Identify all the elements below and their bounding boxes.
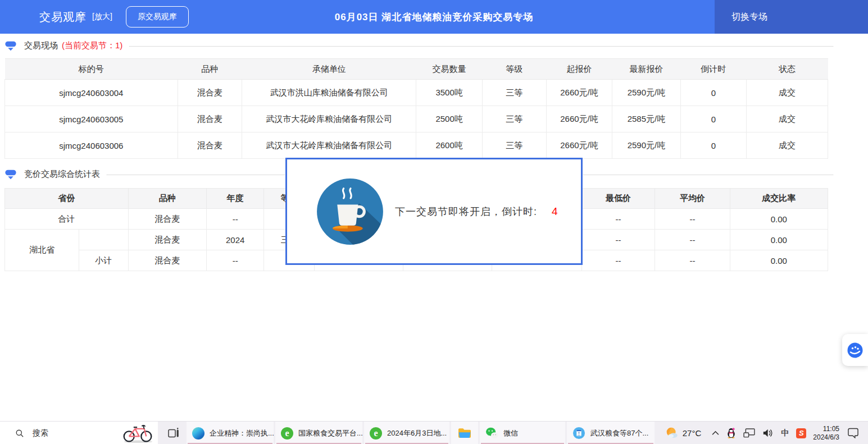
variety: 混合麦	[178, 132, 242, 159]
start-price: 2660元/吨	[546, 106, 612, 132]
variety: 混合麦	[128, 230, 206, 250]
table-row: sjmcg240603005 混合麦 武汉市大花岭库粮油储备有限公司 2500吨…	[5, 106, 828, 132]
col-header: 倒计时	[680, 59, 746, 80]
year: --	[206, 250, 264, 271]
edge-icon	[192, 427, 204, 440]
ime-zh-icon: 中	[781, 428, 789, 438]
file-explorer-icon	[458, 428, 471, 439]
status-badge: 成交	[746, 132, 828, 159]
sogou-icon: S	[796, 428, 806, 438]
col-header: 平均价	[655, 189, 730, 209]
page-header: 06月03日 湖北省地储粮油竞价采购交易专场 交易观摩 [放大] 原交易观摩 切…	[0, 0, 868, 34]
depot: 武汉市大花岭库粮油储备有限公司	[242, 106, 416, 132]
avg-price: --	[655, 250, 730, 271]
tray-ime[interactable]: 中	[781, 428, 789, 438]
tray-expand-button[interactable]	[712, 431, 719, 436]
subcategory	[79, 230, 128, 250]
tray-display[interactable]	[743, 428, 755, 438]
live-table: 标的号 品种 承储单位 交易数量 等级 起报价 最新报价 倒计时 状态 sjmc…	[4, 58, 828, 159]
variety: 混合麦	[128, 209, 206, 230]
col-header: 省份	[5, 189, 129, 209]
weather-widget[interactable]: 27°C	[665, 427, 702, 440]
notification-center-button[interactable]	[847, 428, 859, 438]
year: 2024	[206, 230, 264, 250]
countdown-message: 下一交易节即将开启，倒计时:	[395, 205, 537, 218]
taskbar-app-edge[interactable]: 企业精神：崇尚执...	[187, 422, 274, 444]
countdown: 0	[680, 80, 746, 106]
search-placeholder: 搜索	[33, 428, 48, 438]
screen: 06月03日 湖北省地储粮油竞价采购交易专场 交易观摩 [放大] 原交易观摩 切…	[0, 0, 868, 444]
app-title: 交易观摩	[39, 10, 87, 25]
tray-volume[interactable]	[762, 428, 774, 438]
col-header: 品种	[128, 189, 206, 209]
countdown: 0	[680, 106, 746, 132]
col-header: 成交比率	[730, 189, 828, 209]
taskbar-clock[interactable]: 11:05 2024/6/3	[813, 425, 839, 442]
search-highlight-bicycle-icon[interactable]	[121, 423, 154, 443]
taskbar-app-contacts[interactable]: 武汉粮食等87个...	[567, 422, 655, 444]
col-header: 标的号	[5, 59, 178, 80]
min-price: --	[581, 209, 655, 230]
search-input[interactable]: 搜索	[0, 422, 158, 444]
min-price: --	[581, 230, 655, 250]
task-view-button[interactable]	[163, 422, 184, 444]
zoom-link[interactable]: [放大]	[92, 12, 112, 22]
col-header: 承储单位	[242, 59, 416, 80]
notification-bubble-icon	[847, 428, 859, 438]
taskbar-app-360-browser[interactable]: e 国家粮食交易平台...	[275, 422, 362, 444]
wechat-icon	[485, 427, 498, 440]
tray-sogou[interactable]: S	[796, 428, 806, 438]
chevron-up-icon	[712, 431, 719, 436]
clock-date: 2024/6/3	[813, 433, 839, 442]
task-view-icon	[168, 428, 179, 439]
countdown: 0	[680, 132, 746, 159]
col-header: 交易数量	[416, 59, 482, 80]
taskbar-app-360-browser-2[interactable]: e 2024年6月3日地...	[364, 422, 449, 444]
weather-sun-icon	[665, 427, 679, 440]
col-header: 起报价	[546, 59, 612, 80]
col-header: 品种	[178, 59, 242, 80]
taskbar-app-file-explorer[interactable]	[451, 422, 478, 444]
col-header: 等级	[482, 59, 546, 80]
origin-view-button[interactable]: 原交易观摩	[126, 6, 189, 28]
stats-section-title: 竞价交易综合统计表	[24, 169, 100, 180]
360-browser-icon: e	[370, 427, 382, 440]
dotted-divider	[129, 46, 833, 47]
countdown-dialog: 下一交易节即将开启，倒计时: 4	[285, 158, 583, 265]
qq-penguin-icon	[726, 428, 736, 438]
taskbar: 搜索 企业精神：崇尚执... e	[0, 421, 868, 444]
quantity: 2500吨	[416, 106, 482, 132]
latest-price: 2590元/吨	[612, 132, 681, 159]
contacts-icon	[572, 427, 585, 440]
depot: 武汉市洪山库粮油储备有限公司	[242, 80, 416, 106]
province-total: 合计	[5, 209, 129, 230]
min-price: --	[581, 250, 655, 271]
switch-session-button[interactable]: 切换专场	[715, 0, 868, 34]
live-section-title: 交易现场	[24, 40, 58, 51]
grade: 三等	[482, 106, 546, 132]
tray-qq[interactable]	[726, 428, 736, 438]
coffee-cup-icon	[315, 177, 385, 246]
variety: 混合麦	[128, 250, 206, 271]
taskbar-app-wechat[interactable]: 微信	[480, 422, 565, 444]
status-badge: 成交	[746, 80, 828, 106]
live-section-header: 交易现场 (当前交易节：1)	[4, 38, 833, 53]
funnel-icon	[4, 39, 17, 52]
col-header: 年度	[206, 189, 264, 209]
clock-time: 11:05	[813, 425, 839, 433]
lot-id: sjmcg240603005	[5, 106, 178, 132]
subcategory: 小计	[79, 250, 128, 271]
deal-ratio: 0.00	[730, 209, 828, 230]
quantity: 2600吨	[416, 132, 482, 159]
grade: 三等	[482, 80, 546, 106]
float-widget-button[interactable]	[842, 334, 868, 366]
grade: 三等	[482, 132, 546, 159]
360-browser-icon: e	[281, 427, 293, 440]
variety: 混合麦	[178, 106, 242, 132]
depot: 武汉市大花岭库粮油储备有限公司	[242, 132, 416, 159]
col-header: 最低价	[581, 189, 655, 209]
table-row: sjmcg240603006 混合麦 武汉市大花岭库粮油储备有限公司 2600吨…	[5, 132, 828, 159]
col-header: 最新报价	[612, 59, 681, 80]
system-tray: 27°C	[665, 422, 868, 444]
status-badge: 成交	[746, 106, 828, 132]
